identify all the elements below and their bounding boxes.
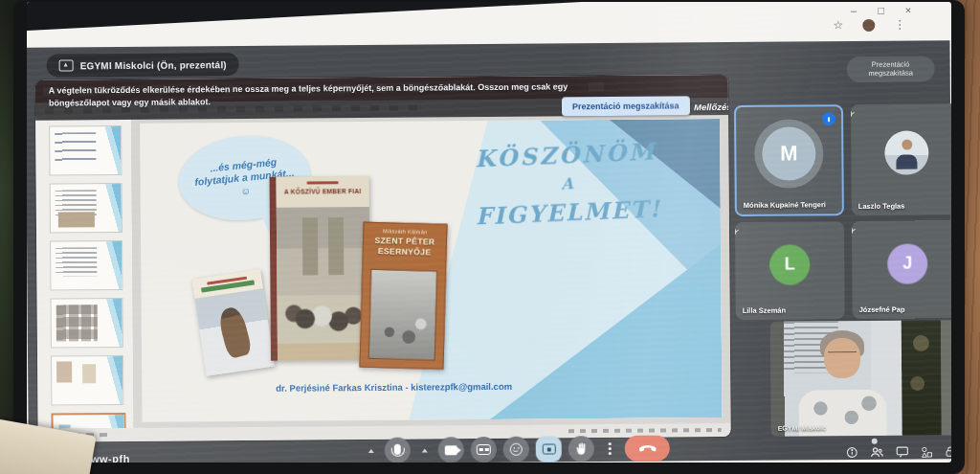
presenting-chip: EGYMI Miskolci (Ön, prezentál) [47,53,239,78]
chat-icon [896,446,909,459]
people-button[interactable] [870,446,884,459]
laptop-screen: YouTube Térkép Adobe Acrobat – □ × ☆ ⋮ [27,2,951,463]
warning-text: A végtelen tükröződés elkerülése érdekéb… [49,80,570,108]
avatar: M [762,127,815,181]
participant-tile-laszlo[interactable]: Laszlo Teglas [851,103,951,215]
people-icon [870,446,884,459]
bookmark-label: Adobe Acrobat [351,2,408,8]
phone-icon [638,444,656,452]
avatar-photo [884,130,928,174]
meeting-panels-toolbar [846,440,951,463]
thanks-line: FIGYELMET! [457,193,679,231]
captions-button[interactable] [471,437,497,463]
activities-icon [921,445,933,458]
acrobat-icon [339,2,347,8]
bookmark-youtube[interactable]: YouTube [212,2,257,9]
more-options-button[interactable] [601,436,618,462]
book-title-line: SZENT PÉTER [364,236,446,248]
participant-name: Józsefné Pap [859,305,905,314]
camera-icon [445,445,457,455]
hand-icon [575,442,587,456]
close-button[interactable]: × [905,5,912,16]
microphone-icon [394,444,401,455]
call-controls-toolbar [364,436,670,463]
more-options-icon [608,447,611,450]
participant-tile-jozsefne[interactable]: J Józsefné Pap [852,220,951,319]
avatar-head [902,140,912,150]
shared-screen-tile[interactable]: A végtelen tükröződés elkerülése érdekéb… [35,75,731,442]
slide-thumbnail-current[interactable] [51,413,125,429]
minimize-button[interactable]: – [851,5,857,16]
book-cover-snow-boy [192,269,275,375]
participant-name: Mónika Kupainé Tengeri [744,200,826,210]
stop-presenting-pill-button[interactable]: Prezentáció megszakítása [847,56,935,81]
audio-level-icon [822,112,835,125]
book-title: A KŐSZÍVŰ EMBER FIAI [277,188,369,195]
meeting-details-button[interactable] [846,446,858,459]
slide-thumbnail[interactable] [49,125,122,176]
slide-thumbnail[interactable] [50,240,122,291]
present-icon [542,443,555,454]
participant-tile-monika[interactable]: M Mónika Kupainé Tengeri [734,104,844,216]
dismiss-button[interactable]: Mellőzés [694,102,731,112]
boy-figure [216,305,253,359]
bookmark-star-icon[interactable]: ☆ [833,18,843,32]
book-artwork-photo [368,269,438,361]
camera-options-chevron[interactable] [417,437,432,463]
person-glasses [828,351,857,358]
credit-line: dr. Perjésiné Farkas Krisztina - kistere… [276,381,512,394]
slide-thumbnail[interactable] [50,183,122,234]
captions-icon [477,444,491,455]
microphone-button[interactable] [385,438,411,463]
info-icon [846,446,858,459]
browser-menu-icon[interactable]: ⋮ [894,18,905,32]
map-icon [278,2,287,8]
host-controls-button[interactable] [945,445,951,458]
mic-options-chevron[interactable] [364,438,378,463]
self-view-tile[interactable]: EGYMI Miskolc [770,320,951,437]
reactions-button[interactable] [503,437,529,463]
participant-name: Lilla Szemán [743,306,787,315]
thanks-line: A [456,169,679,197]
bookmark-adobe-acrobat[interactable]: Adobe Acrobat [339,2,408,8]
bookmark-terkep[interactable]: Térkép [278,2,318,9]
avatar-body [896,155,917,169]
maximize-button[interactable]: □ [878,5,884,16]
powerpoint-workspace: ...és még-még folytatjuk a munkát... ☺ [35,113,731,429]
meet-main-area: EGYMI Miskolci (Ön, prezentál) Prezentác… [27,40,951,463]
book-title-area: A KŐSZÍVŰ EMBER FIAI [277,176,369,211]
book-cover-szent-peter-esernyoje: Mikszáth Kálmán SZENT PÉTER ESERNYŐJE [359,222,447,370]
stop-presenting-button[interactable]: Prezentáció megszakítása [562,96,690,116]
book-title: SZENT PÉTER ESERNYŐJE [364,236,447,259]
thanks-line: KÖSZÖNÖM [455,136,678,173]
avatar: L [769,244,810,284]
curtain [902,320,941,435]
present-button-active[interactable] [536,436,562,462]
self-video-person [797,329,887,436]
chat-button[interactable] [896,446,909,459]
youtube-icon [212,2,220,9]
presenting-chip-label: EGYMI Miskolci (Ön, prezentál) [80,59,227,71]
slide-editor-area: ...és még-még folytatjuk a munkát... ☺ [131,113,731,428]
book-artwork [195,288,275,376]
self-view-label: EGYMI Miskolc [778,424,826,431]
camera-button[interactable] [438,437,464,463]
participant-name: Laszlo Teglas [858,202,905,211]
book-author: Mikszáth Kálmán [364,228,446,236]
smiley-icon [510,443,523,456]
end-call-button[interactable] [625,436,670,462]
raise-hand-button[interactable] [568,436,594,462]
profile-avatar[interactable] [862,18,875,31]
participant-tile-lilla[interactable]: L Lilla Szemán [735,221,845,320]
book-bottom-band [278,343,370,361]
slide-thumbnail[interactable] [51,298,123,349]
slide-thumbnail-panel [35,118,134,429]
activities-button[interactable] [921,445,933,458]
book-cover-koszivu-ember-fiai: A KŐSZÍVŰ EMBER FIAI [270,176,371,361]
avatar: J [887,243,927,283]
slide-thumbnail[interactable] [51,355,123,406]
laptop-bezel: YouTube Térkép Adobe Acrobat – □ × ☆ ⋮ [13,0,965,474]
present-screen-icon [59,59,74,71]
book-artwork-horsemen [277,207,370,344]
slide-canvas: ...és még-még folytatjuk a munkát... ☺ [140,119,722,422]
